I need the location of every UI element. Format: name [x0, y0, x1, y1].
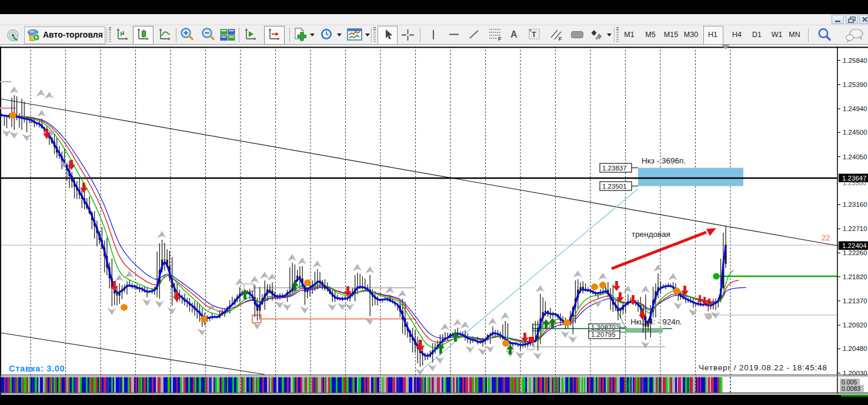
svg-text:1.23501: 1.23501: [602, 183, 627, 190]
svg-text:1.24050: 1.24050: [843, 153, 867, 160]
svg-text:1.22404: 1.22404: [842, 242, 867, 249]
svg-text:Нкц /4: - 924п.: Нкц /4: - 924п.: [630, 317, 682, 326]
svg-text:1.20920: 1.20920: [843, 322, 867, 329]
svg-text:22: 22: [822, 233, 830, 242]
svg-text:1.20795: 1.20795: [591, 331, 616, 338]
svg-text:1.23837: 1.23837: [602, 165, 627, 172]
svg-text:1.21370: 1.21370: [843, 297, 867, 304]
svg-text:1.22710: 1.22710: [843, 225, 867, 232]
svg-text:1.23160: 1.23160: [843, 201, 867, 208]
svg-text:1.20870: 1.20870: [591, 324, 616, 331]
svg-text:1.25840: 1.25840: [843, 57, 867, 64]
svg-text:Четверг / 2019.08.22 - 18:45: Четверг / 2019.08.22 - 18:45:48: [699, 363, 827, 372]
svg-text:1.24500: 1.24500: [843, 129, 867, 136]
svg-text:1.23500: 1.23500: [843, 179, 866, 186]
svg-text:Нкз - 3696п.: Нкз - 3696п.: [642, 156, 686, 165]
svg-text:1.21820: 1.21820: [843, 273, 867, 280]
svg-text:1.24940: 1.24940: [843, 105, 867, 112]
svg-text:0.005: 0.005: [842, 379, 857, 386]
svg-text:Ставка: 3.00: Ставка: 3.00: [9, 364, 65, 373]
svg-text:0.0083: 0.0083: [842, 385, 860, 392]
svg-text:1.25390: 1.25390: [843, 81, 867, 88]
svg-text:1.22260: 1.22260: [843, 249, 867, 256]
svg-text:1.20030: 1.20030: [843, 370, 867, 377]
svg-text:1.20480: 1.20480: [843, 345, 867, 352]
svg-text:трендовая: трендовая: [632, 230, 670, 239]
